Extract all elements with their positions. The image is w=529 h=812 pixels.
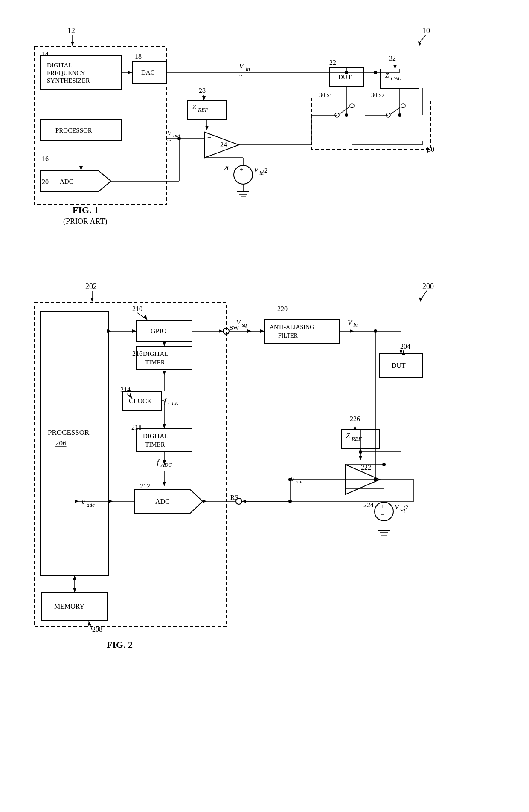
svg-marker-117 xyxy=(132,329,137,333)
svg-text:−: − xyxy=(348,467,352,474)
ref-204: 204 xyxy=(400,343,410,350)
ref-10: 10 xyxy=(422,26,430,35)
ref-12: 12 xyxy=(67,26,75,35)
svg-marker-130 xyxy=(350,329,354,333)
svg-text:sq: sq xyxy=(242,321,247,328)
svg-text:/2: /2 xyxy=(404,504,408,511)
svg-rect-82 xyxy=(34,303,226,627)
svg-rect-93 xyxy=(137,346,192,370)
svg-point-34 xyxy=(350,104,354,108)
processor-label: PROCESSOR xyxy=(48,428,90,436)
ref-26: 26 xyxy=(224,165,230,172)
svg-marker-178 xyxy=(75,500,79,503)
adc-label: ADC xyxy=(155,498,170,505)
ref-216: 216 xyxy=(132,350,142,357)
svg-point-48 xyxy=(234,165,253,184)
svg-marker-88 xyxy=(73,588,76,592)
svg-text:+: + xyxy=(381,503,384,509)
svg-line-2 xyxy=(419,35,426,43)
svg-marker-127 xyxy=(260,329,264,333)
svg-marker-86 xyxy=(88,621,91,626)
clock-label: CLOCK xyxy=(129,397,152,405)
svg-marker-79 xyxy=(90,298,94,302)
vin-half-label: V xyxy=(254,167,259,174)
svg-marker-101 xyxy=(163,424,166,428)
ref-30s2: 30 xyxy=(371,92,377,98)
fig2-label: FIG. 2 xyxy=(107,639,133,650)
anti-alias-label: ANTI-ALIASING xyxy=(270,324,314,330)
svg-text:−: − xyxy=(240,175,243,181)
processor-num: 206 xyxy=(55,439,67,447)
ref-32: 32 xyxy=(389,55,396,62)
adc-label: ADC xyxy=(60,178,73,185)
dfs-label: DIGITAL xyxy=(47,62,73,69)
ref-24: 24 xyxy=(220,141,227,148)
svg-marker-14 xyxy=(128,71,132,74)
svg-line-33 xyxy=(339,107,350,114)
svg-rect-104 xyxy=(137,428,192,452)
digital-timer-bot-label: DIGITAL xyxy=(143,433,169,439)
memory-label: MEMORY xyxy=(54,603,85,610)
ref-202: 202 xyxy=(85,282,97,291)
svg-text:FILTER: FILTER xyxy=(278,332,298,339)
ref-22: 22 xyxy=(329,59,336,66)
svg-marker-141 xyxy=(353,425,357,430)
svg-marker-44 xyxy=(205,126,209,130)
processor-label: PROCESSOR xyxy=(55,127,92,134)
rs-label: RS xyxy=(230,494,238,501)
svg-marker-91 xyxy=(143,315,147,320)
zref-label: Z xyxy=(346,432,350,439)
ref-200: 200 xyxy=(422,282,434,291)
svg-text:−: − xyxy=(207,134,211,141)
ref-220: 220 xyxy=(277,305,288,312)
svg-point-26 xyxy=(345,71,348,74)
fig2-diagram: 202 200 PROCESSOR 206 MEMORY 208 xyxy=(13,277,516,686)
svg-text:TIMER: TIMER xyxy=(145,441,165,448)
fig1-label: FIG. 1 xyxy=(73,205,99,215)
ref-224: 224 xyxy=(363,501,374,509)
ref-28: 28 xyxy=(199,87,206,94)
svg-rect-28 xyxy=(311,98,431,149)
zcal-label: Z xyxy=(385,72,389,79)
svg-point-38 xyxy=(401,104,405,108)
ref-208: 208 xyxy=(92,626,102,633)
vin-label: V xyxy=(239,62,244,71)
svg-point-72 xyxy=(398,113,401,117)
fadc-label: f xyxy=(157,459,160,466)
svg-text:FREQUENCY: FREQUENCY xyxy=(47,69,85,76)
svg-text:−: − xyxy=(381,511,384,518)
dac-label: DAC xyxy=(141,69,155,76)
ref-20: 20 xyxy=(42,178,49,185)
vsq-half-label: V xyxy=(395,503,400,511)
svg-marker-103 xyxy=(163,371,166,375)
page: 12 10 DIGITAL FREQUENCY SYNTHESIZER 14 P… xyxy=(0,0,529,812)
ref-210: 210 xyxy=(132,305,142,312)
vsq-label: V xyxy=(236,319,241,326)
svg-text:S1: S1 xyxy=(327,92,332,98)
svg-text:+: + xyxy=(348,483,352,491)
svg-text:adc: adc xyxy=(87,502,95,508)
dut-label: DUT xyxy=(392,362,406,369)
svg-text:in: in xyxy=(353,321,358,328)
gpio-label: GPIO xyxy=(151,327,166,335)
svg-text:+: + xyxy=(240,166,243,173)
svg-marker-145 xyxy=(359,456,362,460)
svg-text:SYNTHESIZER: SYNTHESIZER xyxy=(47,77,90,84)
fclk-label: f xyxy=(164,397,167,405)
digital-timer-top-label: DIGITAL xyxy=(143,350,169,357)
svg-point-149 xyxy=(375,502,393,521)
svg-rect-124 xyxy=(264,320,339,343)
dut-label: DUT xyxy=(338,74,352,81)
svg-marker-123 xyxy=(247,329,252,333)
svg-marker-20 xyxy=(393,65,397,69)
svg-marker-9 xyxy=(41,170,111,192)
svg-text:~: ~ xyxy=(167,137,171,144)
svg-text:REF: REF xyxy=(198,107,209,113)
ref-214: 214 xyxy=(120,386,131,393)
svg-point-185 xyxy=(288,500,292,503)
svg-rect-83 xyxy=(41,311,109,575)
svg-marker-114 xyxy=(109,500,113,503)
vadc-label: V xyxy=(81,499,86,506)
svg-marker-110 xyxy=(163,482,166,486)
svg-point-27 xyxy=(374,71,377,74)
